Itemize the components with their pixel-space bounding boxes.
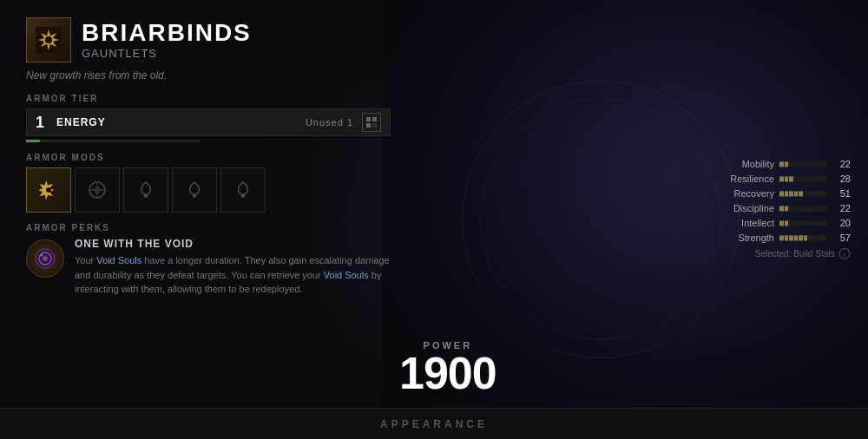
- unused-label: Unused 1: [306, 117, 353, 128]
- stats-section: Mobility22Resilience28Recovery51Discipli…: [712, 159, 851, 259]
- perk-description: Your Void Souls have a longer duration. …: [75, 253, 391, 297]
- armor-mods-section: ARMOR MODS: [26, 153, 391, 213]
- stat-row: Recovery51: [712, 188, 851, 199]
- power-section: POWER 1900: [399, 340, 496, 396]
- tier-number: 1: [36, 114, 48, 132]
- item-title-group: BRIARBINDS GAUNTLETS: [82, 21, 252, 60]
- tier-bar: 1 ENERGY Unused 1: [26, 108, 391, 136]
- stat-row: Strength57: [712, 233, 851, 243]
- stat-name-mobility: Mobility: [712, 159, 774, 169]
- energy-bar-fill: [26, 140, 40, 142]
- stat-name-strength: Strength: [712, 233, 774, 243]
- stat-bar-container: [779, 161, 826, 167]
- energy-label: ENERGY: [56, 116, 297, 128]
- tier-icon[interactable]: [362, 113, 381, 132]
- mod-slot-1[interactable]: [26, 167, 71, 213]
- mod-slot-5[interactable]: [220, 167, 266, 213]
- stat-value-resilience: 28: [832, 174, 851, 184]
- svg-point-29: [45, 36, 52, 43]
- stat-value-strength: 57: [832, 233, 851, 243]
- energy-progress-bar: [26, 140, 200, 142]
- mod-slot-4[interactable]: [172, 167, 217, 213]
- svg-point-48: [41, 254, 43, 257]
- stat-bar-container: [779, 206, 826, 211]
- perk-content: ONE WITH THE VOID Your Void Souls have a…: [75, 238, 391, 297]
- mod-slot-2[interactable]: [75, 167, 120, 213]
- stat-row: Discipline22: [712, 203, 851, 213]
- stat-bar-container: [779, 235, 826, 240]
- svg-rect-32: [366, 123, 371, 128]
- highlight-void-souls-1: Void Souls: [96, 255, 141, 265]
- stat-value-recovery: 51: [832, 188, 851, 199]
- stat-row: Resilience28: [712, 174, 851, 184]
- stat-bar-container: [779, 220, 826, 226]
- svg-rect-30: [366, 117, 371, 121]
- armor-mods-label: ARMOR MODS: [26, 153, 391, 162]
- stat-bar-container: [779, 191, 826, 196]
- armor-tier-label: ARMOR TIER: [26, 94, 391, 103]
- item-header: BRIARBINDS GAUNTLETS: [26, 17, 391, 62]
- stat-name-intellect: Intellect: [712, 218, 774, 228]
- armor-perks-section: ARMOR PERKS ONE WITH THE VOID Your Void …: [26, 223, 391, 297]
- power-value: 1900: [399, 351, 496, 396]
- item-flavor-text: New growth rises from the old.: [26, 69, 391, 82]
- appearance-bar[interactable]: APPEARANCE: [0, 408, 868, 439]
- background-circle: [462, 81, 740, 358]
- stat-row: Intellect20: [712, 218, 851, 228]
- stat-value-discipline: 22: [832, 203, 851, 213]
- stat-name-recovery: Recovery: [712, 188, 774, 199]
- svg-rect-31: [372, 117, 377, 121]
- perk-name: ONE WITH THE VOID: [75, 238, 391, 250]
- perk-icon: [26, 239, 64, 278]
- stat-name-discipline: Discipline: [712, 203, 774, 213]
- item-type: GAUNTLETS: [82, 47, 252, 60]
- stat-row: Mobility22: [712, 159, 851, 169]
- info-icon: i: [838, 247, 851, 259]
- item-icon: [26, 17, 71, 62]
- svg-rect-33: [372, 123, 377, 128]
- stat-name-resilience: Resilience: [712, 174, 774, 184]
- item-name: BRIARBINDS: [82, 21, 252, 45]
- svg-point-34: [46, 187, 51, 193]
- left-panel: BRIARBINDS GAUNTLETS New growth rises fr…: [0, 0, 417, 439]
- mods-row: [26, 167, 391, 213]
- svg-point-47: [43, 256, 48, 261]
- stat-value-mobility: 22: [832, 159, 851, 169]
- selected-build-label: Selected: Build Stats i: [712, 247, 851, 259]
- mod-slot-3[interactable]: [123, 167, 168, 213]
- armor-tier-section: ARMOR TIER 1 ENERGY Unused 1: [26, 94, 391, 142]
- stat-value-intellect: 20: [832, 218, 851, 228]
- perk-row: ONE WITH THE VOID Your Void Souls have a…: [26, 238, 391, 297]
- stat-bar-container: [779, 176, 826, 181]
- highlight-void-souls-2: Void Souls: [324, 270, 369, 280]
- svg-text:i: i: [844, 251, 845, 259]
- appearance-label: APPEARANCE: [380, 418, 488, 430]
- armor-perks-label: ARMOR PERKS: [26, 223, 391, 233]
